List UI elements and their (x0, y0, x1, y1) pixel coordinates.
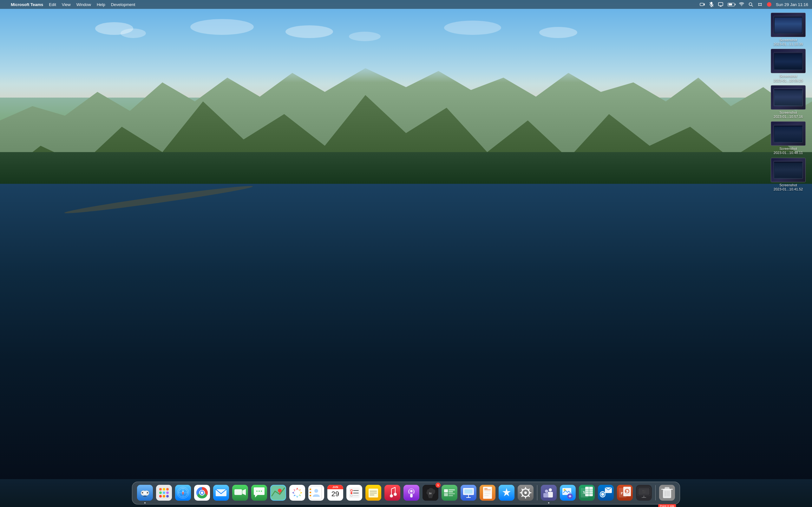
spotlight-search-icon[interactable] (749, 2, 753, 7)
screenshot-label-3: Screenshot 2023-01...10.57.16 (774, 111, 803, 119)
svg-point-62 (295, 491, 299, 495)
svg-point-68 (314, 489, 318, 493)
dock-messages[interactable] (250, 484, 268, 502)
app-name[interactable]: Microsoft Teams (11, 2, 43, 7)
screen-record-icon[interactable] (767, 2, 771, 7)
dock-notes[interactable] (364, 484, 382, 502)
svg-line-10 (752, 5, 753, 7)
svg-point-126 (545, 490, 548, 493)
desktop-icons-container: Screenshot 2023-01...11.10.39 Screenshot… (771, 13, 806, 191)
menu-development[interactable]: Development (111, 2, 136, 7)
svg-text:P: P (621, 491, 623, 495)
desktop-icon-screenshot-4[interactable]: Screenshot 2023-01...10.48.11 (771, 121, 806, 155)
svg-text:tv: tv (429, 491, 432, 495)
dock-calendar[interactable]: JAN 29 (326, 484, 344, 502)
svg-rect-125 (548, 492, 553, 498)
dock-music[interactable] (384, 484, 401, 502)
svg-point-34 (163, 495, 165, 498)
svg-rect-51 (235, 489, 242, 495)
trash-tooltip: Point X site (658, 504, 676, 507)
svg-point-30 (159, 492, 162, 494)
dock-display[interactable]: ⬛ (635, 484, 653, 502)
screenshot-thumb-2 (771, 49, 806, 73)
control-center-icon[interactable] (757, 2, 763, 7)
dock-appletv[interactable]: tv 1 (421, 484, 439, 502)
dock-facetime[interactable] (231, 484, 249, 502)
svg-point-85 (394, 493, 397, 496)
desktop-icon-screenshot-2[interactable]: Screenshot 2023-01...10.59.25 (771, 49, 806, 82)
screenshot-label-1: Screenshot 2023-01...11.10.39 (774, 38, 803, 46)
menubar-right: Sun 29 Jan 11:16 (700, 2, 808, 7)
mic-muted-icon[interactable] (709, 2, 714, 7)
svg-rect-0 (700, 3, 704, 6)
dock-keynote[interactable] (460, 484, 477, 502)
dock-reminders[interactable] (345, 484, 363, 502)
dock-numbers[interactable] (441, 484, 458, 502)
svg-rect-65 (310, 489, 311, 490)
screenshot-label-4: Screenshot 2023-01...10.48.11 (774, 147, 803, 155)
svg-point-133 (564, 489, 565, 491)
screenshot-thumb-1 (771, 13, 806, 37)
svg-point-29 (166, 488, 169, 491)
dock-pages[interactable] (478, 484, 496, 502)
svg-rect-97 (449, 493, 455, 494)
svg-rect-89 (410, 494, 413, 498)
dock-systemprefs[interactable] (517, 484, 535, 502)
svg-point-23 (144, 491, 149, 496)
svg-rect-98 (449, 495, 453, 496)
dock-safari[interactable] (174, 484, 192, 502)
dock-mail[interactable] (212, 484, 230, 502)
desktop-icon-screenshot-5[interactable]: Screenshot 2023-01...10.41.52 (771, 158, 806, 191)
svg-point-59 (278, 489, 282, 493)
svg-rect-67 (310, 495, 311, 496)
menubar-datetime[interactable]: Sun 29 Jan 11:16 (776, 2, 808, 7)
dock-excel[interactable]: X (578, 484, 596, 502)
svg-point-114 (524, 492, 527, 494)
dock-chrome[interactable] (193, 484, 211, 502)
screenshot-thumb-4 (771, 121, 806, 146)
svg-rect-92 (442, 485, 457, 501)
appletv-badge: 1 (436, 483, 441, 488)
dock-imageeditor[interactable] (559, 484, 577, 502)
calendar-date: 29 (327, 489, 343, 499)
screenshot-thumb-5 (771, 158, 806, 182)
finder-active-dot (144, 502, 146, 504)
dock-finder[interactable] (136, 484, 154, 502)
dock-photos[interactable] (288, 484, 306, 502)
svg-rect-127 (543, 493, 548, 498)
dock-launchpad[interactable] (155, 484, 173, 502)
desktop-icon-screenshot-1[interactable]: Screenshot 2023-01...11.10.39 (771, 13, 806, 46)
svg-point-54 (256, 491, 258, 492)
menu-window[interactable]: Window (77, 2, 91, 7)
svg-rect-82 (385, 485, 400, 501)
svg-point-72 (351, 492, 352, 494)
dock-separator-1 (537, 485, 537, 500)
dock-outlook[interactable] (597, 484, 615, 502)
desktop-icon-screenshot-3[interactable]: Screenshot 2023-01...10.57.16 (771, 85, 806, 119)
dock-ppt[interactable]: P (616, 484, 634, 502)
screenshot-thumb-3 (771, 85, 806, 110)
svg-rect-66 (310, 492, 311, 493)
display-menubar-icon[interactable] (718, 2, 723, 7)
dock-trash[interactable]: Point X site (658, 484, 676, 502)
menu-help[interactable]: Help (97, 2, 105, 7)
menubar-left: Microsoft Teams Edit View Window Help De… (4, 2, 700, 7)
calendar-icon: JAN 29 (327, 485, 343, 501)
svg-point-13 (758, 5, 759, 6)
dock-teams[interactable] (540, 484, 558, 502)
dock-podcasts[interactable] (403, 484, 420, 502)
svg-text:⬛: ⬛ (642, 490, 646, 493)
dock-appstore[interactable] (498, 484, 515, 502)
svg-point-33 (159, 495, 162, 498)
svg-point-11 (758, 3, 759, 4)
menu-edit[interactable]: Edit (49, 2, 56, 7)
svg-rect-96 (444, 493, 448, 496)
svg-text:X: X (583, 490, 586, 495)
dock-contacts[interactable] (307, 484, 325, 502)
camera-indicator-icon[interactable] (700, 2, 705, 7)
menu-view[interactable]: View (62, 2, 71, 7)
wifi-icon[interactable] (739, 2, 744, 7)
menubar: Microsoft Teams Edit View Window Help De… (0, 0, 812, 9)
dock-maps[interactable] (269, 484, 287, 502)
svg-rect-103 (464, 489, 473, 494)
